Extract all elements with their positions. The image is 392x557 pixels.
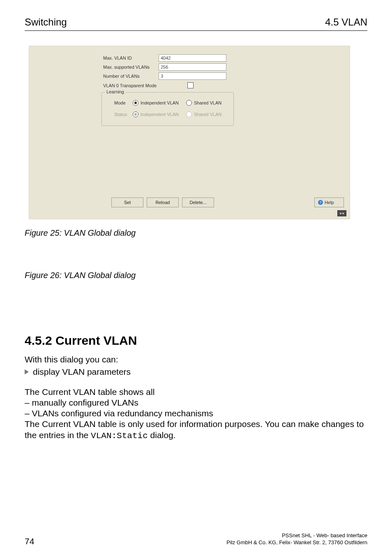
- section-heading-4-5-2: 4.5.2 Current VLAN: [25, 334, 367, 348]
- para2-part-b: dialog.: [148, 430, 176, 440]
- bullet-text-display-vlan: display VLAN parameters: [33, 367, 131, 377]
- field-max-supported-vlans: Max. supported VLANs 256: [103, 63, 226, 71]
- reload-button[interactable]: Reload: [147, 197, 179, 207]
- triangle-bullet-icon: [25, 369, 29, 374]
- value-number-of-vlans: 3: [159, 72, 226, 80]
- running-header: Switching 4.5 VLAN: [25, 16, 367, 28]
- footer-right-block: PSSnet SHL - Web- based Interface Pilz G…: [226, 532, 367, 546]
- label-mode: Mode: [114, 100, 131, 105]
- vlan-global-dialog-screenshot: Max. VLAN ID 4042 Max. supported VLANs 2…: [29, 46, 350, 219]
- radio-status-shared: [186, 111, 192, 117]
- field-number-of-vlans: Number of VLANs 3: [103, 72, 226, 80]
- set-button[interactable]: Set: [111, 197, 143, 207]
- value-max-supported-vlans: 256: [159, 63, 226, 71]
- label-max-supported-vlans: Max. supported VLANs: [103, 65, 159, 70]
- label-mode-shared: Shared VLAN: [194, 100, 221, 105]
- figure-26-caption: Figure 26: VLAN Global dialog: [25, 271, 367, 280]
- footer-line-1: PSSnet SHL - Web- based Interface: [226, 532, 367, 539]
- radio-status-independent: [133, 111, 138, 117]
- label-number-of-vlans: Number of VLANs: [103, 74, 159, 79]
- code-vlan-static: VLAN:Static: [91, 431, 148, 441]
- value-max-vlan-id: 4042: [159, 54, 226, 62]
- header-left: Switching: [25, 16, 67, 28]
- para-info-purposes: The Current VLAN table is only used for …: [25, 419, 367, 441]
- label-mode-independent: Independent VLAN: [141, 100, 179, 105]
- help-icon: ?: [318, 200, 323, 205]
- header-right: 4.5 VLAN: [325, 16, 367, 28]
- window-corner-badge: ■ ■: [337, 210, 346, 216]
- help-button[interactable]: ? Help: [314, 197, 344, 207]
- help-label: Help: [325, 200, 334, 205]
- page-footer: 74 PSSnet SHL - Web- based Interface Pil…: [25, 532, 367, 546]
- field-max-vlan-id: Max. VLAN ID 4042: [103, 54, 226, 62]
- para-current-vlan-shows-all: The Current VLAN table shows all: [25, 387, 367, 397]
- label-max-vlan-id: Max. VLAN ID: [103, 56, 159, 60]
- li-redundancy: – VLANs configured via redundancy mechan…: [25, 408, 367, 419]
- para2-part-a: The Current VLAN table is only used for …: [25, 419, 364, 439]
- radio-mode-independent[interactable]: [133, 100, 138, 106]
- section-intro: With this dialog you can:: [25, 354, 367, 365]
- li-manually-configured: – manually configured VLANs: [25, 397, 367, 408]
- field-vlan0-transparent-mode: VLAN 0 Transparent Mode: [103, 82, 194, 88]
- label-status-shared: Shared VLAN: [194, 112, 221, 117]
- delete-button[interactable]: Delete...: [182, 197, 214, 207]
- label-status-independent: Independent VLAN: [141, 112, 179, 117]
- label-status: Status: [114, 112, 131, 117]
- page-number: 74: [25, 536, 34, 546]
- footer-line-2: Pilz GmbH & Co. KG, Felix- Wankel Str. 2…: [226, 539, 367, 546]
- row-learning-status: Status Independent VLAN Shared VLAN: [114, 111, 221, 117]
- document-page: Switching 4.5 VLAN Max. VLAN ID 4042 Max…: [0, 0, 392, 557]
- label-vlan0-transparent-mode: VLAN 0 Transparent Mode: [103, 83, 187, 88]
- checkbox-vlan0-transparent-mode[interactable]: [187, 82, 194, 88]
- header-rule: [25, 30, 367, 31]
- group-learning: Learning Mode Independent VLAN Shared VL…: [101, 92, 234, 126]
- group-title-learning: Learning: [105, 89, 125, 94]
- row-learning-mode: Mode Independent VLAN Shared VLAN: [114, 100, 221, 106]
- radio-mode-shared[interactable]: [186, 100, 192, 106]
- figure-25-caption: Figure 25: VLAN Global dialog: [25, 228, 367, 238]
- button-row: Set Reload Delete...: [111, 197, 214, 207]
- bullet-display-vlan-parameters: display VLAN parameters: [25, 367, 367, 377]
